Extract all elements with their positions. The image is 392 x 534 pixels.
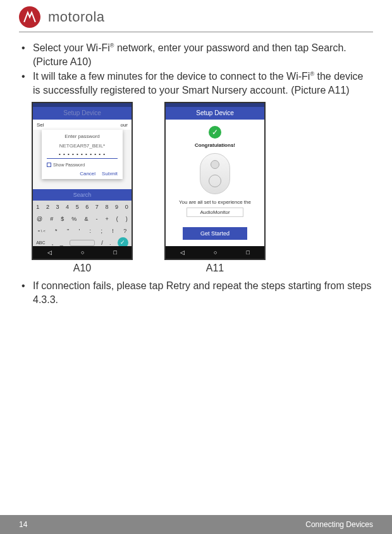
motorola-logo-icon (19, 6, 40, 28)
a10-body: Sel our Search 1 2 3 4 5 6 7 8 (33, 120, 132, 246)
instruction-list: Select your Wi-Fi® network, enter your p… (19, 41, 373, 97)
key[interactable]: ' (78, 228, 80, 234)
show-password-checkbox[interactable]: Show Password (47, 163, 118, 167)
nav-recent-icon[interactable]: □ (114, 249, 117, 256)
key[interactable]: " (67, 228, 69, 234)
key[interactable]: 5 (76, 204, 79, 210)
key[interactable]: : (90, 228, 92, 234)
password-input[interactable]: • • • • • • • • • • • (47, 151, 118, 159)
show-password-label: Show Password (53, 163, 85, 167)
nav-bar: ◁ ○ □ (166, 246, 264, 259)
phone-a10: Setup Device Sel our Search 1 2 3 4 5 (32, 102, 133, 260)
section-title: Connecting Devices (305, 520, 373, 529)
get-started-button[interactable]: Get Started (183, 227, 247, 240)
key[interactable]: 7 (95, 204, 99, 210)
key-abc[interactable]: ABC (36, 240, 45, 245)
device-ring-icon (209, 175, 221, 187)
audiomonitor-field[interactable]: AudioMonitor (187, 208, 243, 217)
device-image (200, 153, 230, 194)
key[interactable]: ! (112, 228, 114, 234)
keyboard-row: = \ < * " ' : ; ! ? (33, 225, 132, 237)
key[interactable]: + (106, 216, 109, 222)
key[interactable]: @ (37, 216, 42, 222)
screenshot-row: Setup Device Sel our Search 1 2 3 4 5 (32, 102, 373, 274)
submit-button[interactable]: Submit (102, 171, 118, 177)
key[interactable]: ? (123, 228, 126, 234)
checkbox-icon (47, 163, 51, 167)
key[interactable]: 1 (36, 204, 39, 210)
key[interactable]: _ (60, 240, 63, 246)
key[interactable]: ( (116, 216, 118, 222)
network-name: NETGEAR57_BEIL* (47, 143, 118, 149)
key-space[interactable] (70, 240, 95, 246)
key[interactable]: 4 (66, 204, 69, 210)
instruction-text: It will take a few minutes for the devic… (33, 71, 310, 82)
all-set-text: You are all set to experience the (179, 199, 251, 205)
page-header: motorola (19, 6, 373, 32)
dialog-title: Enter password (47, 134, 118, 139)
page-number: 14 (19, 520, 27, 529)
app-title-bar: Setup Device (33, 107, 132, 120)
screenshot-label-a10: A10 (32, 263, 133, 274)
instruction-item: If connection fails, please tap Retry an… (19, 279, 373, 306)
dialog-actions: Cancel Submit (47, 171, 118, 177)
key[interactable]: 8 (105, 204, 108, 210)
key[interactable]: ) (126, 216, 128, 222)
device-lens-icon (211, 160, 219, 169)
instruction-item: It will take a few minutes for the devic… (19, 70, 373, 97)
subtitle-bar: Sel our (33, 120, 132, 130)
nav-back-icon[interactable]: ◁ (180, 249, 185, 256)
instruction-item: Select your Wi-Fi® network, enter your p… (19, 41, 373, 68)
nav-home-icon[interactable]: ○ (214, 249, 217, 256)
search-button[interactable]: Search (33, 189, 132, 201)
key[interactable]: * (55, 228, 58, 234)
key[interactable]: % (71, 216, 77, 222)
a11-body: ✓ Congratulations! You are all set to ex… (166, 120, 264, 246)
key[interactable]: , (52, 240, 54, 246)
key[interactable]: 3 (56, 204, 59, 210)
success-check-icon: ✓ (209, 126, 221, 139)
nav-bar: ◁ ○ □ (33, 246, 132, 259)
key[interactable]: . (109, 240, 111, 246)
instruction-text: Select your Wi-Fi (33, 42, 110, 53)
key[interactable]: 6 (85, 204, 89, 210)
page-footer: 14 Connecting Devices (0, 515, 392, 534)
key[interactable]: / (101, 240, 103, 246)
key[interactable]: $ (61, 216, 64, 222)
password-dialog: Enter password NETGEAR57_BEIL* • • • • •… (42, 130, 123, 179)
key[interactable]: - (95, 216, 97, 222)
key[interactable]: 9 (115, 204, 118, 210)
screenshot-label-a11: A11 (164, 263, 266, 274)
screenshot-a10-column: Setup Device Sel our Search 1 2 3 4 5 (32, 102, 133, 274)
congrats-text: Congratulations! (195, 142, 235, 148)
nav-home-icon[interactable]: ○ (81, 249, 84, 256)
keyboard: 1 2 3 4 5 6 7 8 9 0 @ (33, 201, 132, 246)
cancel-button[interactable]: Cancel (80, 171, 95, 177)
nav-recent-icon[interactable]: □ (247, 249, 250, 256)
keyboard-row: @ # $ % & - + ( ) (33, 213, 132, 225)
key[interactable]: = \ < (38, 229, 46, 233)
key[interactable]: 0 (125, 204, 128, 210)
brand-text: motorola (48, 9, 105, 25)
instruction-list-2: If connection fails, please tap Retry an… (19, 279, 373, 306)
nav-back-icon[interactable]: ◁ (47, 249, 52, 256)
screenshot-a11-column: Setup Device ✓ Congratulations! You are … (164, 102, 266, 274)
key[interactable]: ; (101, 228, 102, 234)
phone-a11: Setup Device ✓ Congratulations! You are … (164, 102, 266, 260)
manual-page: motorola Select your Wi-Fi® network, ent… (0, 0, 392, 534)
key[interactable]: & (84, 216, 88, 222)
app-title-bar: Setup Device (166, 107, 264, 120)
key[interactable]: # (50, 216, 53, 222)
keyboard-row: 1 2 3 4 5 6 7 8 9 0 (33, 201, 132, 213)
instruction-text: If connection fails, please tap Retry an… (33, 280, 371, 305)
key[interactable]: 2 (46, 204, 49, 210)
